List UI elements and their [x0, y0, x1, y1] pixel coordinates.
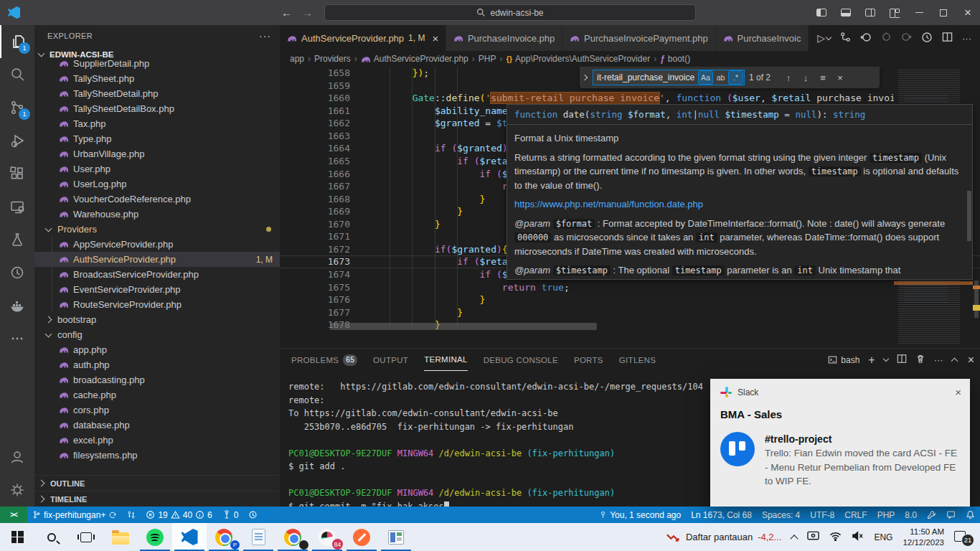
activity-item-search[interactable]: [0, 58, 34, 91]
toggle-replace-icon[interactable]: [582, 75, 588, 80]
outline-section[interactable]: OUTLINE: [34, 475, 280, 491]
tree-file[interactable]: TallySheetDetailBox.php: [34, 101, 280, 116]
panel-tab-problems[interactable]: PROBLEMS65: [291, 349, 357, 371]
encoding-setting[interactable]: UTF-8: [805, 507, 839, 523]
gitlens-status[interactable]: [243, 507, 263, 523]
maximize-panel-icon[interactable]: [951, 357, 958, 364]
tree-file[interactable]: database.php: [34, 418, 280, 433]
volume-muted-icon[interactable]: [852, 531, 864, 543]
editor-scrollbar[interactable]: [973, 67, 980, 348]
eol-setting[interactable]: CRLF: [839, 507, 872, 523]
split-editor-icon[interactable]: [942, 32, 953, 44]
breadcrumb-item[interactable]: {}App\Providers\AuthServiceProvider: [506, 54, 650, 64]
more-actions-icon[interactable]: ···: [934, 354, 943, 365]
whole-word-toggle[interactable]: ab: [714, 71, 727, 84]
minimize-button[interactable]: [907, 0, 931, 25]
next-match-button[interactable]: ↓: [799, 72, 812, 83]
toggle-secondary-sidebar-button[interactable]: [858, 0, 882, 25]
activity-item-more[interactable]: [0, 322, 34, 355]
tree-file[interactable]: cors.php: [34, 402, 280, 418]
language-mode[interactable]: PHP: [872, 507, 900, 523]
explorer-more-actions-icon[interactable]: ···: [259, 30, 271, 42]
toggle-panel-button[interactable]: [834, 0, 858, 25]
close-button[interactable]: ×: [956, 0, 980, 25]
activity-item-explorer[interactable]: 1: [0, 25, 34, 58]
timeline-section[interactable]: TIMELINE: [34, 491, 280, 507]
tab-purchaseinvoicepayment-php[interactable]: PurchaseInvoicePayment.php: [562, 25, 715, 51]
hover-doc-link[interactable]: https://www.php.net/manual/function.date…: [514, 199, 703, 209]
activity-item-run-debug[interactable]: [0, 124, 34, 157]
tree-file[interactable]: User.php: [34, 161, 280, 176]
problems-status[interactable]: 19 40 6: [141, 507, 217, 523]
activity-item-gitlens[interactable]: [0, 256, 34, 289]
clock[interactable]: 11:50 AM 12/12/2023: [903, 527, 944, 548]
timeline-clock-icon[interactable]: [921, 32, 933, 45]
tree-file[interactable]: cache.php: [34, 387, 280, 402]
tree-file[interactable]: excel.php: [34, 433, 280, 448]
task-view-button[interactable]: [69, 523, 103, 551]
previous-match-button[interactable]: ↑: [782, 72, 795, 83]
close-icon[interactable]: ×: [432, 32, 438, 44]
tree-file[interactable]: TallySheet.php: [34, 71, 280, 86]
close-find-button[interactable]: ×: [834, 72, 847, 83]
activity-item-extensions[interactable]: [0, 157, 34, 190]
terminal[interactable]: remote: https://gitlab.com/edwin-consult…: [288, 380, 707, 507]
git-branch-status[interactable]: fix-perhitungan+: [27, 507, 122, 523]
tree-file[interactable]: SupplierDetail.php: [34, 56, 280, 71]
postman-like-button[interactable]: [344, 523, 379, 551]
close-panel-icon[interactable]: ×: [968, 354, 974, 367]
breadcrumb-item[interactable]: PHP: [479, 54, 496, 64]
spotify-button[interactable]: [138, 523, 172, 551]
tree-file[interactable]: filesystems.php: [34, 448, 280, 463]
breadcrumb-item[interactable]: AuthServiceProvider.php: [361, 54, 468, 64]
taskbar-search-button[interactable]: [34, 523, 69, 551]
activity-item-testing[interactable]: [0, 223, 34, 256]
more-actions-icon[interactable]: ···: [962, 33, 971, 44]
activity-item-accounts[interactable]: [0, 441, 34, 474]
tree-file[interactable]: Warehouse.php: [34, 207, 280, 222]
history-forward-button[interactable]: →: [302, 6, 313, 19]
close-toast-icon[interactable]: ×: [955, 386, 961, 398]
regex-toggle[interactable]: .*: [729, 71, 743, 84]
breadcrumb-item[interactable]: Providers: [314, 54, 351, 64]
new-terminal-button[interactable]: +: [868, 354, 875, 367]
next-change-icon[interactable]: [901, 32, 912, 44]
blame-annotation[interactable]: You, 1 second ago: [594, 507, 686, 523]
stocks-widget[interactable]: Daftar pantauan -4,2...: [666, 532, 781, 542]
find-input[interactable]: it-retail_purchase_invoice Aa ab .*: [593, 70, 745, 85]
messaging-app-button[interactable]: 84: [310, 523, 344, 551]
wrench-icon[interactable]: [922, 507, 941, 523]
start-button[interactable]: [0, 523, 34, 551]
tab-purchaseinvoice-php[interactable]: PurchaseInvoice.php: [446, 25, 562, 51]
run-php-button[interactable]: ▷: [817, 32, 831, 44]
code-editor[interactable]: 1658 });16591660 Gate::define('submit-re…: [280, 67, 980, 348]
file-explorer-button[interactable]: [103, 523, 138, 551]
split-terminal-icon[interactable]: [897, 354, 907, 366]
tree-folder[interactable]: config: [34, 327, 280, 342]
find-in-selection-button[interactable]: ≡: [816, 72, 829, 83]
hover-scrollbar[interactable]: [967, 191, 971, 241]
breadcrumb-item[interactable]: ƒboot(): [660, 54, 690, 64]
command-center-search[interactable]: edwin-acsi-be: [324, 4, 696, 21]
notification-center-button[interactable]: 21: [954, 529, 973, 545]
history-back-button[interactable]: ←: [281, 6, 292, 19]
match-case-toggle[interactable]: Aa: [699, 71, 712, 84]
activity-item-docker[interactable]: [0, 289, 34, 322]
tab-purchaseinvoic[interactable]: PurchaseInvoic: [716, 25, 809, 51]
back-circle-icon[interactable]: [860, 32, 872, 45]
panel-tab-ports[interactable]: PORTS: [574, 349, 603, 371]
tree-file[interactable]: auth.php: [34, 357, 280, 372]
chrome-profile-button[interactable]: [275, 523, 310, 551]
panel-tab-terminal[interactable]: TERMINAL: [424, 349, 468, 371]
preview-app-button[interactable]: [379, 523, 413, 551]
wifi-icon[interactable]: [829, 532, 842, 543]
notepad-button[interactable]: [241, 523, 275, 551]
activity-item-remote-explorer[interactable]: [0, 190, 34, 223]
toggle-sidebar-button[interactable]: [809, 0, 834, 25]
php-version[interactable]: 8.0: [900, 507, 922, 523]
tree-file[interactable]: VoucherCodeReference.php: [34, 192, 280, 207]
cursor-position[interactable]: Ln 1673, Col 68: [686, 507, 757, 523]
tree-folder[interactable]: bootstrap: [34, 312, 280, 327]
terminal-dropdown-icon[interactable]: [882, 356, 888, 362]
tree-folder[interactable]: Providers: [34, 222, 280, 237]
